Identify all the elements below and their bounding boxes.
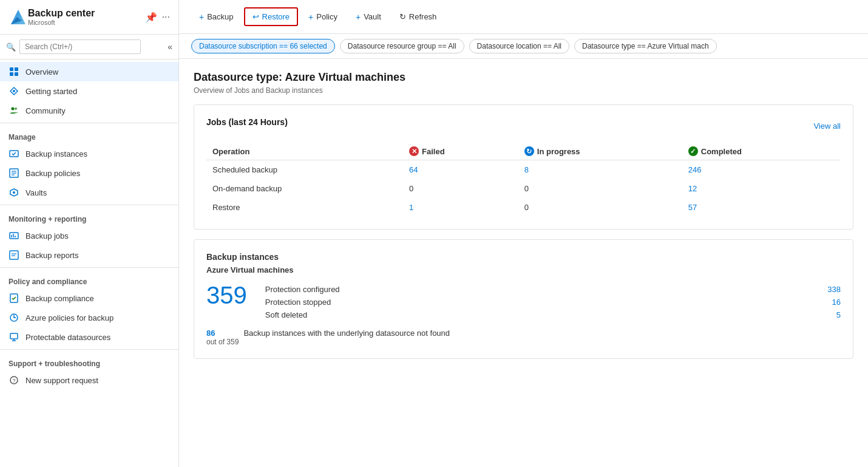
jobs-card-header: Jobs (last 24 Hours) View all: [206, 117, 841, 134]
job-completed-cell[interactable]: 12: [682, 179, 841, 198]
toolbar: + Backup ↩ Restore + Policy + Vault ↻ Re…: [179, 0, 868, 34]
backup-compliance-icon: [8, 293, 19, 304]
job-failed-cell[interactable]: 64: [403, 160, 518, 180]
col-completed-header: ✓ Completed: [682, 143, 841, 160]
sidebar-item-new-support-request[interactable]: ? New support request: [0, 370, 178, 390]
plus-icon-policy: +: [308, 12, 313, 22]
instances-detail-value[interactable]: 338: [827, 285, 841, 294]
jobs-view-all-link[interactable]: View all: [813, 121, 841, 131]
svg-text:?: ?: [12, 378, 15, 384]
inprogress-value: 0: [524, 203, 529, 212]
col-failed-label: Failed: [422, 147, 445, 156]
backup-instances-detail: Protection configured 338 Protection sto…: [265, 283, 841, 321]
backup-instances-icon: [8, 148, 19, 159]
backup-jobs-icon: [8, 230, 19, 241]
support-section-label: Support + troubleshooting: [0, 352, 178, 370]
svg-rect-19: [10, 251, 18, 259]
sidebar-item-backup-instances-label: Backup instances: [25, 149, 87, 159]
sidebar-search-bar: 🔍 «: [0, 35, 178, 60]
filter-location[interactable]: Datasource location == All: [469, 39, 569, 53]
refresh-button[interactable]: ↻ Refresh: [392, 8, 445, 26]
failed-status-icon: ✕: [409, 146, 419, 156]
sidebar-item-getting-started[interactable]: Getting started: [0, 81, 178, 101]
job-completed-cell[interactable]: 246: [682, 160, 841, 180]
svg-point-14: [13, 191, 15, 194]
backup-instances-card: Backup instances Azure Virtual machines …: [194, 239, 853, 359]
completed-value[interactable]: 12: [688, 184, 697, 193]
pin-icon[interactable]: 📌: [145, 12, 157, 23]
svg-rect-24: [10, 333, 18, 339]
policy-button[interactable]: + Policy: [300, 8, 345, 26]
inprogress-value[interactable]: 8: [524, 165, 529, 174]
sidebar-item-backup-policies[interactable]: Backup policies: [0, 163, 178, 183]
sidebar-item-community-label: Community: [25, 106, 66, 115]
new-support-request-icon: ?: [8, 375, 19, 386]
sidebar-item-backup-compliance[interactable]: Backup compliance: [0, 288, 178, 308]
filter-datasource-type-label: Datasource type == Azure Virtual mach: [582, 42, 709, 50]
job-completed-cell[interactable]: 57: [682, 198, 841, 217]
sidebar-header-icons: 📌 ···: [145, 12, 170, 23]
failed-value[interactable]: 64: [409, 165, 418, 174]
job-inprogress-cell[interactable]: 8: [518, 160, 682, 180]
svg-rect-3: [15, 67, 18, 71]
instances-detail-value[interactable]: 16: [832, 298, 841, 307]
sidebar-item-protectable-datasources[interactable]: Protectable datasources: [0, 327, 178, 347]
col-inprogress-header: ↻ In progress: [518, 143, 682, 160]
footer-sublabel: out of 359: [206, 338, 239, 346]
sidebar-item-backup-jobs[interactable]: Backup jobs: [0, 226, 178, 245]
completed-value[interactable]: 246: [688, 165, 702, 174]
sidebar-item-vaults[interactable]: Vaults: [0, 183, 178, 202]
instances-detail-label: Soft deleted: [265, 310, 307, 319]
refresh-icon: ↻: [399, 12, 406, 21]
svg-point-8: [15, 107, 17, 110]
sidebar-item-overview[interactable]: Overview: [0, 62, 178, 81]
sidebar-item-overview-label: Overview: [25, 67, 58, 77]
sidebar-item-backup-jobs-label: Backup jobs: [25, 231, 69, 240]
footer-note: Backup instances with the underlying dat…: [243, 329, 450, 346]
backup-reports-icon: [8, 250, 19, 261]
filter-bar: Datasource subscription == 66 selected D…: [179, 34, 868, 59]
job-failed-cell: 0: [403, 179, 518, 198]
sidebar-item-protectable-datasources-label: Protectable datasources: [25, 333, 110, 342]
policy-section-label: Policy and compliance: [0, 270, 178, 288]
backup-instances-total: 359: [206, 283, 247, 307]
filter-resource-group-label: Datasource resource group == All: [348, 42, 456, 50]
sidebar-item-backup-policies-label: Backup policies: [25, 169, 80, 178]
search-icon: 🔍: [6, 43, 16, 52]
vault-button[interactable]: + Vault: [348, 8, 389, 26]
vault-label: Vault: [364, 12, 381, 21]
collapse-icon[interactable]: «: [168, 42, 172, 52]
filter-resource-group[interactable]: Datasource resource group == All: [340, 39, 464, 53]
sidebar-item-new-support-request-label: New support request: [25, 376, 98, 385]
failed-value[interactable]: 1: [409, 203, 413, 212]
table-row: Scheduled backup 64 8 246: [206, 160, 841, 180]
backup-button[interactable]: + Backup: [191, 8, 242, 26]
failed-value: 0: [409, 184, 413, 193]
svg-point-7: [12, 107, 15, 111]
more-icon[interactable]: ···: [162, 12, 170, 23]
instances-detail-value[interactable]: 5: [836, 310, 841, 319]
sidebar-item-community[interactable]: Community: [0, 101, 178, 120]
job-operation-cell: On-demand backup: [206, 179, 403, 198]
sidebar-title-block: Backup center Microsoft: [28, 8, 145, 26]
backup-center-logo: [8, 7, 28, 27]
job-inprogress-cell: 0: [518, 198, 682, 217]
instances-detail-label: Protection stopped: [265, 298, 331, 307]
sidebar-item-vaults-label: Vaults: [25, 188, 47, 197]
sidebar-item-backup-reports-label: Backup reports: [25, 251, 78, 260]
sidebar-item-azure-policies[interactable]: Azure policies for backup: [0, 308, 178, 327]
filter-datasource-type[interactable]: Datasource type == Azure Virtual mach: [574, 39, 717, 53]
vaults-icon: [8, 187, 19, 198]
sidebar-item-backup-reports[interactable]: Backup reports: [0, 245, 178, 265]
sidebar-item-backup-instances[interactable]: Backup instances: [0, 144, 178, 163]
content-area: Datasource type: Azure Virtual machines …: [179, 59, 868, 467]
search-input[interactable]: [19, 39, 141, 54]
restore-button[interactable]: ↩ Restore: [244, 7, 299, 26]
filter-subscription[interactable]: Datasource subscription == 66 selected: [191, 39, 335, 53]
sidebar-item-getting-started-label: Getting started: [25, 87, 77, 96]
inprogress-value: 0: [524, 184, 529, 193]
job-failed-cell[interactable]: 1: [403, 198, 518, 217]
col-operation-header: Operation: [206, 143, 403, 160]
completed-value[interactable]: 57: [688, 203, 697, 212]
svg-rect-2: [10, 67, 13, 71]
